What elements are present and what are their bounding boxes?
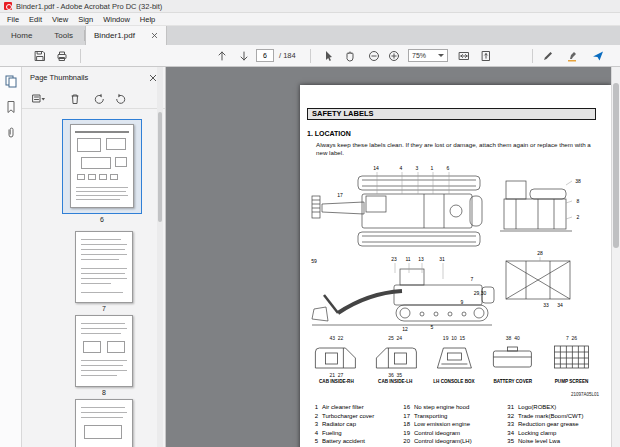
svg-text:33: 33	[543, 302, 549, 308]
rotate-cw-icon[interactable]	[114, 93, 128, 105]
parts-row: 19Control ideogram	[400, 429, 503, 438]
line-art	[312, 176, 572, 325]
thumbnail-label-7[interactable]: 7	[64, 305, 144, 312]
rotate-ccw-icon[interactable]	[92, 93, 106, 105]
parts-row: 2Turbocharger cover	[308, 412, 398, 421]
print-icon[interactable]	[56, 50, 68, 62]
save-icon[interactable]	[34, 50, 46, 62]
parts-row: 4Fueling	[308, 429, 398, 438]
svg-text:4: 4	[400, 165, 403, 171]
svg-text:1: 1	[431, 165, 434, 171]
parts-row: 34Locking clamp	[504, 429, 608, 438]
section-header-bar: SAFETY LABELS	[307, 108, 596, 120]
svg-text:13: 13	[418, 256, 424, 262]
callout-numbers: 19 10 15	[443, 335, 465, 342]
diagram-label: PUMP SCREEN	[555, 379, 589, 384]
svg-text:3: 3	[416, 165, 419, 171]
pdf-page: SAFETY LABELS 1. LOCATION Always keep th…	[300, 85, 611, 447]
body-paragraph: Always keep these labels clean. If they …	[316, 141, 598, 157]
parts-row: 35Noise level Lwa	[504, 437, 608, 446]
navigation-rail	[0, 67, 22, 447]
diagram-label: BATTERY COVER	[493, 379, 532, 384]
parts-row: 3Radiator cap	[308, 420, 398, 429]
parts-list-column-3: 31Logo(ROBEX) 32Trade mark(Boom/CWT) 33R…	[504, 403, 608, 446]
attachments-panel-icon[interactable]	[4, 126, 18, 140]
parts-row: 16No step engine hood	[400, 403, 503, 412]
menu-view[interactable]: View	[47, 13, 73, 26]
tab-document[interactable]: Binder1.pdf	[85, 26, 167, 45]
parts-row: 5Battery accident	[308, 437, 398, 446]
panel-scrollbar-thumb[interactable]	[158, 112, 162, 222]
svg-text:34: 34	[557, 302, 563, 308]
svg-text:17: 17	[337, 192, 343, 198]
svg-text:8: 8	[577, 198, 580, 204]
svg-text:23: 23	[391, 256, 397, 262]
callout-numbers: 36 35	[388, 372, 402, 378]
thumbnail-label-8[interactable]: 8	[64, 389, 144, 396]
delete-pages-icon[interactable]	[68, 93, 82, 105]
svg-text:28: 28	[537, 250, 543, 256]
cab-inside-lh-diagram	[368, 342, 423, 372]
parts-row: 33Reduction gear grease	[504, 420, 608, 429]
zoom-level-dropdown[interactable]: 75%	[408, 49, 448, 62]
section-title: 1. LOCATION	[307, 130, 351, 137]
svg-text:9: 9	[461, 299, 464, 305]
panel-scrollbar[interactable]	[157, 67, 163, 447]
callout-numbers: 38 40	[506, 335, 520, 342]
parts-row: 1Air cleaner filter	[308, 403, 398, 412]
window-title: Binder1.pdf - Adobe Acrobat Pro DC (32-b…	[16, 2, 162, 11]
diagram-label: CAB INSIDE-RH	[319, 379, 354, 384]
page-number-input[interactable]	[256, 49, 274, 62]
detail-diagrams-row: 43 22 21 27 CAB INSIDE-RH 25 24	[309, 335, 599, 384]
hand-tool-icon[interactable]	[344, 50, 356, 62]
svg-text:6: 6	[447, 165, 450, 171]
close-icon[interactable]	[151, 32, 158, 39]
next-page-icon[interactable]	[238, 50, 250, 62]
thumbnail-page-8[interactable]	[75, 315, 133, 387]
detail-pump-screen: 7 26 PUMP SCREEN	[544, 335, 599, 384]
callout-numbers: 7 26	[566, 335, 577, 342]
thumbnail-page-9[interactable]	[75, 399, 133, 447]
svg-text:12: 12	[402, 326, 408, 332]
highlighter-tool-icon[interactable]	[566, 50, 578, 62]
cab-inside-rh-diagram	[309, 342, 364, 372]
chevron-down-icon	[438, 54, 444, 57]
parts-row: 17Transporting	[400, 412, 503, 421]
detail-battery-cover: 38 40 BATTERY COVER	[485, 335, 540, 384]
select-tool-icon[interactable]	[322, 50, 334, 62]
detail-lh-console-box: 19 10 15 LH CONSOLE BOX	[427, 335, 482, 384]
menu-window[interactable]: Window	[98, 13, 135, 26]
document-scrollbar-thumb[interactable]	[613, 83, 619, 248]
tab-tools[interactable]: Tools	[43, 26, 84, 45]
share-icon[interactable]	[592, 50, 604, 62]
fit-width-icon[interactable]	[458, 50, 470, 62]
panel-close-icon[interactable]	[149, 74, 157, 82]
svg-text:38: 38	[575, 178, 581, 184]
menu-file[interactable]: File	[2, 13, 24, 26]
tab-home[interactable]: Home	[0, 26, 43, 45]
document-scrollbar[interactable]	[611, 67, 620, 447]
fit-page-icon[interactable]	[480, 50, 492, 62]
svg-text:31: 31	[439, 256, 445, 262]
panel-title: Page Thumbnails	[30, 67, 88, 89]
page-total-label: / 184	[279, 45, 296, 67]
page-thumbnails-panel-icon[interactable]	[4, 74, 18, 88]
zoom-in-icon[interactable]	[388, 50, 400, 62]
parts-list-column-1: 1Air cleaner filter 2Turbocharger cover …	[308, 403, 398, 446]
menu-sign[interactable]: Sign	[73, 13, 98, 26]
main-toolbar: / 184 75%	[0, 45, 620, 67]
bookmarks-panel-icon[interactable]	[4, 100, 18, 114]
pencil-tool-icon[interactable]	[542, 50, 554, 62]
diagram-label: LH CONSOLE BOX	[433, 379, 474, 384]
thumbnail-label-6[interactable]: 6	[62, 216, 142, 223]
thumbnail-page-6[interactable]	[70, 124, 134, 208]
battery-cover-diagram	[485, 342, 540, 372]
menu-edit[interactable]: Edit	[24, 13, 47, 26]
previous-page-icon[interactable]	[216, 50, 228, 62]
menu-help[interactable]: Help	[135, 13, 160, 26]
thumbnail-options-icon[interactable]	[32, 93, 46, 105]
toolbar-separator	[80, 49, 81, 63]
svg-text:7: 7	[471, 276, 474, 282]
zoom-out-icon[interactable]	[368, 50, 380, 62]
thumbnail-page-7[interactable]	[75, 231, 133, 303]
